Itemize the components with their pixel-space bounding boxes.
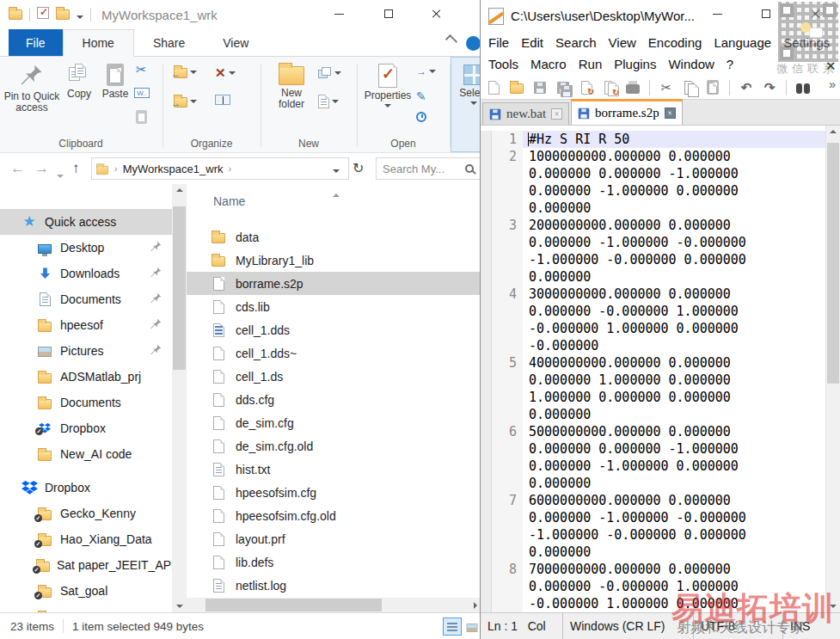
- new-item-icon[interactable]: [318, 67, 341, 79]
- editor-row[interactable]: 0.000000: [481, 544, 825, 561]
- ribbon-tab-home[interactable]: Home: [63, 29, 134, 57]
- sidebar-item-pictures[interactable]: Pictures: [0, 338, 172, 364]
- bookmark-margin[interactable]: [481, 165, 492, 182]
- editor-row[interactable]: 1#Hz S RI R 50: [481, 131, 825, 148]
- bookmark-margin[interactable]: [481, 286, 492, 303]
- sidebar-item-sat-goal[interactable]: ✓Sat_goal: [0, 578, 172, 604]
- sidebar-item-documents[interactable]: Documents: [0, 390, 172, 415]
- close-file-icon[interactable]: ↻: [578, 81, 595, 95]
- menu-view[interactable]: View: [603, 35, 642, 50]
- editor-row[interactable]: -0.000000 1.000000 0.000000: [481, 595, 825, 612]
- history-icon[interactable]: [416, 112, 426, 122]
- qat-dropdown-icon[interactable]: [77, 7, 83, 22]
- scroll-down-icon[interactable]: [172, 605, 187, 608]
- encoding[interactable]: UTF-8: [694, 613, 783, 639]
- address-dropdown-icon[interactable]: [328, 163, 345, 175]
- bookmark-margin[interactable]: [481, 200, 492, 217]
- tab-close-icon[interactable]: ×: [665, 108, 676, 119]
- redo-icon[interactable]: ↷: [761, 80, 778, 95]
- menu-macro[interactable]: Macro: [524, 57, 573, 71]
- properties-button[interactable]: ✓ Properties: [363, 64, 413, 108]
- tab-close-icon[interactable]: ×: [551, 108, 562, 120]
- sidebar-item-hao-xiang-data[interactable]: ✓Hao_Xiang_Data: [0, 526, 172, 552]
- bookmark-margin[interactable]: [481, 337, 492, 354]
- open-icon[interactable]: →: [416, 65, 436, 77]
- editor-row[interactable]: 76000000000.000000 0.000000: [481, 492, 825, 509]
- editor-row[interactable]: 1.000000 0.000000 0.000000: [481, 389, 825, 406]
- editor-row[interactable]: 0.000000 -1.000000 0.000000: [481, 182, 825, 200]
- delete-icon[interactable]: ✕: [215, 65, 236, 81]
- editor-row[interactable]: 0.000000 -0.000000 1.000000: [481, 578, 825, 595]
- copy-icon[interactable]: [681, 81, 698, 95]
- insert-mode[interactable]: INS: [783, 613, 817, 639]
- close-button[interactable]: [416, 0, 457, 28]
- editor-row[interactable]: -1.000000 -0.000000 0.000000: [481, 526, 825, 544]
- ribbon-tab-file[interactable]: File: [9, 29, 63, 56]
- menu-edit[interactable]: Edit: [515, 35, 549, 50]
- recent-locations-icon[interactable]: [57, 165, 64, 182]
- bookmark-margin[interactable]: [481, 131, 492, 148]
- editor-row[interactable]: 87000000000.000000 0.000000: [481, 561, 825, 578]
- menu-plugins[interactable]: Plugins: [608, 57, 662, 71]
- bookmark-margin[interactable]: [481, 475, 492, 492]
- file-row-layout-prf[interactable]: layout.prf: [187, 527, 480, 550]
- open-file-icon[interactable]: [508, 81, 525, 94]
- menu-run[interactable]: Run: [573, 57, 609, 71]
- file-row-cds-lib[interactable]: cds.lib: [187, 295, 480, 318]
- file-row-hpeesofsim-cfg-old[interactable]: hpeesofsim.cfg.old: [187, 504, 480, 527]
- bookmark-margin[interactable]: [481, 544, 492, 561]
- editor-row[interactable]: -0.000000 1.000000 0.000000: [481, 320, 825, 337]
- sidebar-item-quick-access[interactable]: ★Quick access: [0, 209, 172, 235]
- editor-row[interactable]: 0.000000 1.000000 0.000000: [481, 372, 825, 389]
- sidebar-item-sat[interactable]: Sat: [0, 604, 172, 612]
- scroll-right-icon[interactable]: [474, 602, 477, 609]
- copy-path-icon[interactable]: W..: [134, 88, 150, 98]
- editor-row[interactable]: 0.000000 -1.000000 -0.000000: [481, 509, 825, 526]
- tab-borrame-s2p[interactable]: borrame.s2p×: [571, 99, 683, 125]
- sidebar-item-dropbox[interactable]: Dropbox: [0, 475, 172, 501]
- sidebar-item-desktop[interactable]: Desktop: [0, 235, 172, 261]
- bookmark-margin[interactable]: [481, 182, 492, 200]
- horizontal-scrollbar[interactable]: [187, 598, 480, 612]
- sidebar-scrollbar[interactable]: [172, 184, 187, 612]
- print-icon[interactable]: [624, 81, 641, 94]
- menu-window[interactable]: Window: [662, 57, 720, 71]
- editor-row[interactable]: 0.000000 -1.000000 0.000000: [481, 458, 825, 475]
- eol-format[interactable]: Windows (CR LF): [563, 613, 694, 639]
- bookmark-margin[interactable]: [481, 354, 492, 372]
- bookmark-margin[interactable]: [481, 303, 492, 320]
- bookmark-margin[interactable]: [481, 492, 492, 509]
- copy-to-icon[interactable]: →: [174, 95, 197, 108]
- file-row-netlist-log[interactable]: netlist.log: [187, 574, 480, 597]
- bookmark-margin[interactable]: [481, 595, 492, 612]
- editor-row[interactable]: 0.000000 0.000000 -1.000000: [481, 440, 825, 458]
- save-all-icon[interactable]: [555, 82, 572, 94]
- file-row-hpeesofsim-cfg[interactable]: hpeesofsim.cfg: [187, 481, 480, 504]
- editor-row[interactable]: 0.000000 0.000000 -1.000000: [481, 165, 825, 182]
- scroll-up-icon[interactable]: [826, 130, 840, 133]
- minimize-button[interactable]: [319, 0, 359, 28]
- menu-?[interactable]: ?: [720, 57, 739, 71]
- bookmark-margin[interactable]: [481, 372, 492, 389]
- cut-icon[interactable]: ✂: [658, 80, 675, 95]
- address-bar[interactable]: › MyWorkspace1_wrk ›: [91, 157, 349, 180]
- bookmark-margin[interactable]: [481, 234, 492, 251]
- editor[interactable]: 1#Hz S RI R 5021000000000.000000 0.00000…: [481, 126, 825, 612]
- bookmark-margin[interactable]: [481, 320, 492, 337]
- maximize-button[interactable]: [368, 0, 408, 28]
- tab-new-bat[interactable]: new.bat×: [482, 102, 569, 125]
- menu-language[interactable]: Language: [708, 35, 777, 50]
- scrollbar-thumb[interactable]: [827, 143, 839, 384]
- file-row-cell-1-dds[interactable]: cell_1.dds~: [187, 341, 480, 365]
- menu-file[interactable]: File: [488, 35, 515, 50]
- sidebar-item-downloads[interactable]: Downloads: [0, 261, 172, 286]
- editor-row[interactable]: 0.000000 -1.000000 -0.000000: [481, 234, 825, 251]
- editor-row[interactable]: -0.000000: [481, 337, 825, 354]
- file-row-cell-1-ds[interactable]: cell_1.ds: [187, 365, 480, 388]
- edit-icon[interactable]: ✎: [416, 89, 426, 103]
- sidebar-item-hpeesof[interactable]: hpeesof: [0, 312, 172, 338]
- ribbon-tab-share[interactable]: Share: [134, 29, 204, 56]
- rename-icon[interactable]: [215, 95, 230, 105]
- sidebar-item-documents[interactable]: Documents: [0, 286, 172, 312]
- bookmark-margin[interactable]: [481, 251, 492, 268]
